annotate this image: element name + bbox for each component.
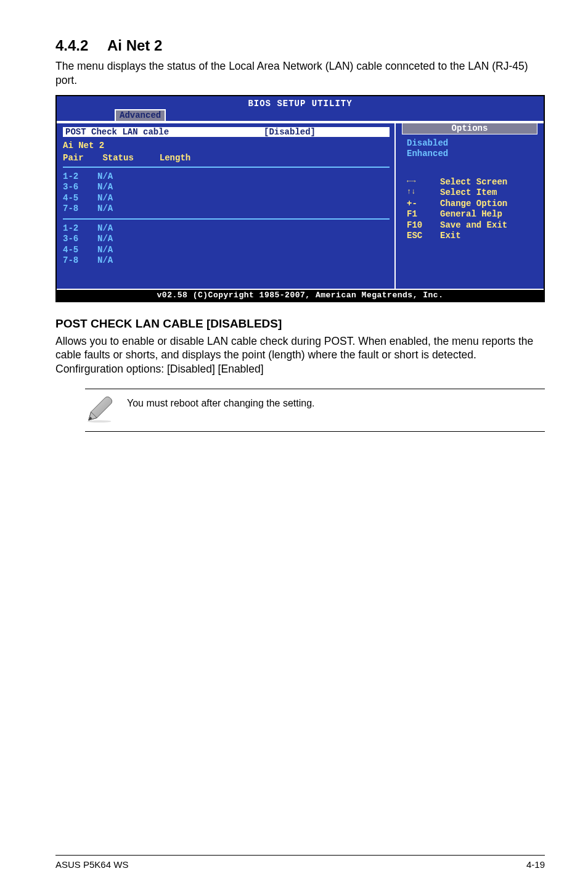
table-row: 3-6N/A [63, 182, 390, 193]
help-row: ←→Select Screen [407, 177, 544, 188]
option-disabled: Disabled [407, 138, 544, 149]
bios-selected-value: [Disabled] [264, 127, 387, 137]
bios-section-title: Ai Net 2 [63, 141, 390, 151]
pencil-icon [85, 395, 113, 424]
note-text: You must reboot after changing the setti… [127, 395, 315, 409]
bios-footer: v02.58 (C)Copyright 1985-2007, American … [57, 289, 544, 301]
svg-point-0 [88, 420, 111, 423]
subsection-body: Allows you to enable or disable LAN cabl… [55, 334, 545, 376]
bios-selected-row: POST Check LAN cable [Disabled] [63, 127, 390, 137]
bios-setup-screenshot: BIOS SETUP UTILITY Advanced POST Check L… [55, 95, 545, 302]
subsection-heading: POST CHECK LAN CABLE [DISABLEDS] [55, 317, 545, 331]
intro-paragraph: The menu displays the status of the Loca… [55, 59, 545, 88]
section-heading: 4.4.2Ai Net 2 [55, 37, 545, 54]
bios-tab-row: Advanced [57, 109, 544, 121]
table-row: 1-2N/A [63, 171, 390, 183]
section-number: 4.4.2 [55, 37, 107, 54]
option-enhanced: Enhanced [407, 149, 544, 160]
col-length: Length [160, 153, 190, 163]
note-box: You must reboot after changing the setti… [85, 389, 545, 432]
bios-selected-label: POST Check LAN cable [65, 127, 264, 137]
help-row: ESCExit [407, 231, 544, 242]
table-row: 4-5N/A [63, 193, 390, 204]
bios-title: BIOS SETUP UTILITY [57, 96, 544, 110]
table-row: 1-2N/A [63, 223, 390, 234]
table-row: 4-5N/A [63, 245, 390, 256]
col-status: Status [102, 153, 154, 163]
bios-column-headers: Pair Status Length [63, 153, 390, 163]
bios-content: POST Check LAN cable [Disabled] Ai Net 2… [57, 122, 544, 289]
options-header: Options [402, 123, 537, 134]
bios-help-block: ←→Select Screen ↑↓Select Item +-Change O… [396, 177, 544, 242]
bios-right-pane: Options Disabled Enhanced ←→Select Scree… [396, 123, 544, 289]
table-row: 7-8N/A [63, 255, 390, 266]
section-title: Ai Net 2 [107, 37, 162, 54]
help-row: F10Save and Exit [407, 220, 544, 231]
table-row: 7-8N/A [63, 204, 390, 215]
help-row: ↑↓Select Item [407, 188, 544, 199]
table-row: 3-6N/A [63, 234, 390, 245]
help-row: F1General Help [407, 209, 544, 220]
help-row: +-Change Option [407, 199, 544, 210]
bios-left-pane: POST Check LAN cable [Disabled] Ai Net 2… [57, 123, 396, 289]
options-list: Disabled Enhanced [396, 137, 544, 160]
bios-tab-advanced: Advanced [115, 109, 166, 121]
col-pair: Pair [63, 153, 97, 163]
